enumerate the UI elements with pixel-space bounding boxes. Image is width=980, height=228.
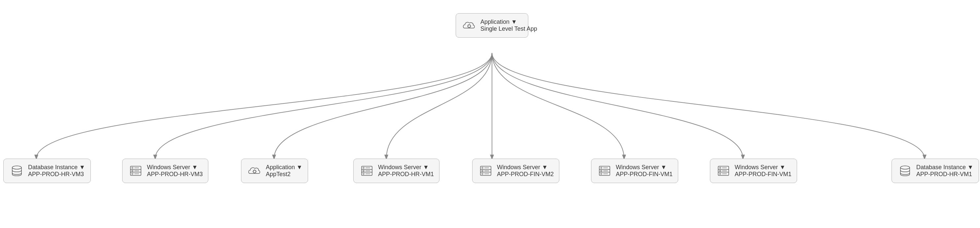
root-node-label: Application ▼ Single Level Test App [480, 19, 537, 32]
child-name-4: APP-PROD-HR-VM1 [378, 171, 434, 178]
root-dropdown-arrow[interactable]: ▼ [511, 19, 517, 25]
server-icon [359, 163, 375, 179]
svg-point-49 [601, 167, 602, 169]
child-node-3[interactable]: Application ▼ AppTest2 [241, 159, 308, 183]
child-name-3: AppTest2 [266, 171, 302, 178]
svg-line-6 [470, 27, 471, 27]
child-node-7[interactable]: Windows Server ▼ APP-PROD-FIN-VM1 [710, 159, 797, 183]
svg-point-40 [482, 167, 483, 169]
server-icon [597, 163, 612, 179]
child-dropdown-arrow-1[interactable]: ▼ [79, 164, 85, 171]
svg-point-13 [132, 167, 133, 169]
child-dropdown-arrow-6[interactable]: ▼ [661, 164, 667, 171]
child-dropdown-arrow-5[interactable]: ▼ [542, 164, 548, 171]
child-name-1: APP-PROD-HR-VM3 [28, 171, 85, 178]
child-type-1: Database Instance ▼ [28, 164, 85, 171]
child-name-2: APP-PROD-HR-VM3 [147, 171, 203, 178]
child-label-1: Database Instance ▼ APP-PROD-HR-VM3 [28, 164, 85, 178]
child-node-2[interactable]: Windows Server ▼ APP-PROD-HR-VM3 [122, 159, 208, 183]
cloud-gear-icon [461, 18, 477, 33]
child-node-4[interactable]: Windows Server ▼ APP-PROD-HR-VM1 [353, 159, 439, 183]
child-node-6[interactable]: Windows Server ▼ APP-PROD-FIN-VM1 [591, 159, 678, 183]
server-icon [716, 163, 731, 179]
child-type-2: Windows Server ▼ [147, 164, 203, 171]
child-type-3: Application ▼ [266, 164, 302, 171]
svg-point-32 [363, 170, 364, 172]
child-dropdown-arrow-8[interactable]: ▼ [967, 164, 974, 171]
svg-point-42 [482, 173, 483, 174]
svg-point-60 [719, 173, 721, 174]
child-node-1[interactable]: Database Instance ▼ APP-PROD-HR-VM3 [3, 159, 91, 183]
server-icon [128, 163, 144, 179]
svg-line-24 [253, 170, 254, 171]
child-name-5: APP-PROD-FIN-VM2 [497, 171, 554, 178]
child-dropdown-arrow-4[interactable]: ▼ [423, 164, 429, 171]
child-type-5: Windows Server ▼ [497, 164, 554, 171]
child-label-7: Windows Server ▼ APP-PROD-FIN-VM1 [735, 164, 791, 178]
svg-point-14 [132, 170, 133, 172]
cloud-gear-icon [247, 163, 262, 179]
svg-line-25 [256, 172, 256, 173]
child-dropdown-arrow-3[interactable]: ▼ [296, 164, 302, 171]
svg-point-41 [482, 170, 483, 172]
child-label-4: Windows Server ▼ APP-PROD-HR-VM1 [378, 164, 434, 178]
database-icon [897, 163, 913, 179]
svg-line-27 [253, 172, 254, 173]
svg-line-5 [468, 25, 468, 25]
server-icon [478, 163, 494, 179]
svg-point-50 [601, 170, 602, 172]
root-node-type: Application ▼ [480, 19, 537, 26]
child-name-6: APP-PROD-FIN-VM1 [616, 171, 673, 178]
svg-point-33 [363, 173, 364, 174]
child-type-6: Windows Server ▼ [616, 164, 673, 171]
root-node[interactable]: Application ▼ Single Level Test App [456, 13, 528, 38]
database-icon [9, 163, 25, 179]
svg-point-19 [253, 170, 256, 173]
svg-point-31 [363, 167, 364, 169]
child-label-3: Application ▼ AppTest2 [266, 164, 302, 178]
svg-line-8 [468, 27, 468, 27]
child-label-5: Windows Server ▼ APP-PROD-FIN-VM2 [497, 164, 554, 178]
child-name-8: APP-PROD-HR-VM1 [916, 171, 974, 178]
svg-point-9 [12, 166, 21, 169]
child-type-7: Windows Server ▼ [735, 164, 791, 171]
svg-point-64 [900, 166, 910, 169]
svg-point-59 [719, 170, 721, 172]
child-dropdown-arrow-2[interactable]: ▼ [192, 164, 198, 171]
child-node-8[interactable]: Database Instance ▼ APP-PROD-HR-VM1 [891, 159, 979, 183]
diagram-container: Application ▼ Single Level Test App Data… [0, 0, 980, 228]
child-label-8: Database Instance ▼ APP-PROD-HR-VM1 [916, 164, 974, 178]
svg-point-15 [132, 173, 133, 174]
child-label-6: Windows Server ▼ APP-PROD-FIN-VM1 [616, 164, 673, 178]
svg-line-7 [470, 25, 471, 25]
child-type-4: Windows Server ▼ [378, 164, 434, 171]
svg-point-58 [719, 167, 721, 169]
child-type-8: Database Instance ▼ [916, 164, 974, 171]
child-label-2: Windows Server ▼ APP-PROD-HR-VM3 [147, 164, 203, 178]
child-name-7: APP-PROD-FIN-VM1 [735, 171, 791, 178]
root-node-name: Single Level Test App [480, 26, 537, 32]
child-dropdown-arrow-7[interactable]: ▼ [780, 164, 786, 171]
child-node-5[interactable]: Windows Server ▼ APP-PROD-FIN-VM2 [472, 159, 559, 183]
svg-line-26 [256, 170, 256, 171]
svg-point-51 [601, 173, 602, 174]
